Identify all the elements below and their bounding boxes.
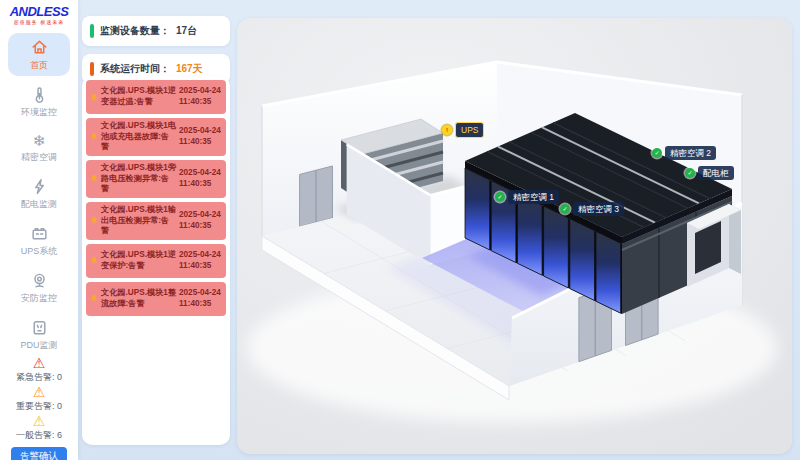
- ok-dot-icon: ✓: [495, 192, 505, 202]
- alert-message: 文化园.UPS.模块1整流故障:告警: [101, 288, 177, 309]
- sidebar-item-label: PDU监测: [20, 339, 57, 352]
- alarm-critical-count: 0: [57, 372, 62, 382]
- alarm-major-label: 重要告警:: [16, 401, 55, 411]
- status-column: 监测设备数量： 17台 系统运行时间： 167天 文化园.UPS.模块1逆变器过…: [80, 0, 234, 460]
- warning-triangle-icon: ⚠: [33, 385, 46, 400]
- sidebar-item-precision-ac[interactable]: ❄ 精密空调: [8, 127, 70, 168]
- alert-item[interactable]: 文化园.UPS.模块1逆变器过温:告警 2025-04-2411:40:35: [86, 80, 226, 114]
- brand-tagline: 超值服务 极速未来: [10, 19, 69, 25]
- warning-triangle-icon: ⚠: [33, 356, 46, 371]
- alert-item[interactable]: 文化园.UPS.模块1逆变保护:告警 2025-04-2411:40:35: [86, 244, 226, 278]
- scene-label-text: 精密空调 1: [508, 190, 559, 204]
- bell-icon: [88, 131, 99, 142]
- alert-message: 文化园.UPS.模块1旁路电压检测异常:告警: [101, 163, 177, 195]
- alarm-minor: ⚠ 一般告警: 6: [16, 414, 62, 442]
- ok-dot-icon: ✓: [560, 204, 570, 214]
- alert-item[interactable]: 文化园.UPS.模块1整流故障:告警 2025-04-2411:40:35: [86, 282, 226, 316]
- scene-label-text: 精密空调 2: [665, 146, 716, 160]
- sidebar-item-label: 安防监控: [21, 292, 57, 305]
- sidebar-item-power-monitoring[interactable]: 配电监测: [8, 172, 70, 215]
- alert-timestamp: 2025-04-2411:40:35: [179, 86, 223, 107]
- alarm-summary: ⚠ 紧急告警: 0 ⚠ 重要告警: 0 ⚠ 一般告警: 6 告警确认: [11, 356, 67, 460]
- device-count-value: 17台: [176, 24, 197, 38]
- alarm-confirm-button[interactable]: 告警确认: [11, 447, 67, 460]
- alert-timestamp: 2025-04-2411:40:35: [179, 210, 223, 231]
- server-room-scene: [237, 18, 792, 454]
- scene-label-ups[interactable]: ! UPS: [442, 122, 484, 138]
- sidebar-item-label: 配电监测: [21, 198, 57, 211]
- bell-icon: [88, 293, 99, 304]
- home-icon: [30, 38, 49, 57]
- device-count-label: 监测设备数量：: [100, 24, 170, 38]
- alarm-major-count: 0: [57, 401, 62, 411]
- alarm-minor-label: 一般告警:: [16, 430, 55, 440]
- bell-icon: [88, 92, 99, 103]
- snowflake-icon: ❄: [33, 132, 46, 149]
- uptime-label: 系统运行时间：: [100, 62, 170, 76]
- alarm-critical: ⚠ 紧急告警: 0: [16, 356, 62, 384]
- alert-message: 文化园.UPS.模块1逆变保护:告警: [101, 250, 177, 271]
- bell-icon: [88, 173, 99, 184]
- camera-icon: [30, 271, 49, 290]
- plug-icon: [30, 318, 49, 337]
- bell-icon: [88, 215, 99, 226]
- alarm-critical-label: 紧急告警:: [16, 372, 55, 382]
- sidebar-item-environment[interactable]: 环境监控: [8, 80, 70, 123]
- alert-timestamp: 2025-04-2411:40:35: [179, 168, 223, 189]
- brand-logo: ANDLESS 超值服务 极速未来: [10, 6, 69, 25]
- alert-timestamp: 2025-04-2411:40:35: [179, 126, 223, 147]
- warning-dot-icon: !: [442, 125, 452, 135]
- sidebar: ANDLESS 超值服务 极速未来 首页 环境监控 ❄ 精密空调 配电监测 UP…: [0, 0, 78, 460]
- brand-logo-text: ANDLESS: [10, 6, 69, 18]
- sidebar-item-label: UPS系统: [21, 245, 58, 258]
- alarm-minor-count: 6: [57, 430, 62, 440]
- scene-label-text: UPS: [455, 122, 484, 138]
- alert-message: 文化园.UPS.模块1电池或充电器故障:告警: [101, 121, 177, 153]
- sidebar-item-pdu[interactable]: PDU监测: [8, 313, 70, 356]
- scene-label-ac3[interactable]: ✓ 精密空调 3: [560, 202, 624, 216]
- alert-item[interactable]: 文化园.UPS.模块1电池或充电器故障:告警 2025-04-2411:40:3…: [86, 118, 226, 156]
- alarm-major: ⚠ 重要告警: 0: [16, 385, 62, 413]
- orange-pill-icon: [90, 62, 94, 76]
- sidebar-nav: 首页 环境监控 ❄ 精密空调 配电监测 UPS系统 安防监控 PDU监测: [8, 33, 70, 356]
- thermometer-icon: [30, 85, 49, 104]
- bolt-icon: [30, 177, 49, 196]
- ok-dot-icon: ✓: [652, 148, 662, 158]
- sidebar-item-label: 精密空调: [21, 151, 57, 164]
- sidebar-item-security[interactable]: 安防监控: [8, 266, 70, 309]
- warning-triangle-icon: ⚠: [33, 414, 46, 429]
- battery-icon: [30, 224, 49, 243]
- sidebar-item-home[interactable]: 首页: [8, 33, 70, 76]
- device-count-card: 监测设备数量： 17台: [82, 16, 230, 46]
- scene-label-text: 精密空调 3: [573, 202, 624, 216]
- ok-dot-icon: ✓: [685, 168, 695, 178]
- scene-label-power-cabinet[interactable]: ✓ 配电柜: [685, 166, 734, 180]
- scene-label-ac2[interactable]: ✓ 精密空调 2: [652, 146, 716, 160]
- sidebar-item-ups-system[interactable]: UPS系统: [8, 219, 70, 262]
- alert-message: 文化园.UPS.模块1逆变器过温:告警: [101, 86, 177, 107]
- alert-message: 文化园.UPS.模块1输出电压检测异常:告警: [101, 205, 177, 237]
- alert-timestamp: 2025-04-2411:40:35: [179, 250, 223, 271]
- sidebar-item-label: 环境监控: [21, 106, 57, 119]
- alert-list: 文化园.UPS.模块1逆变器过温:告警 2025-04-2411:40:35 文…: [82, 76, 230, 445]
- room-3d-viewport[interactable]: ! UPS ✓ 精密空调 1 ✓ 精密空调 3 ✓ 精密空调 2 ✓ 配电柜: [237, 18, 792, 454]
- uptime-value: 167天: [176, 62, 203, 76]
- sidebar-item-label: 首页: [30, 59, 48, 72]
- scene-label-text: 配电柜: [698, 166, 734, 180]
- alert-timestamp: 2025-04-2411:40:35: [179, 288, 223, 309]
- bell-icon: [88, 255, 99, 266]
- scene-label-ac1[interactable]: ✓ 精密空调 1: [495, 190, 559, 204]
- alert-item[interactable]: 文化园.UPS.模块1旁路电压检测异常:告警 2025-04-2411:40:3…: [86, 160, 226, 198]
- green-pill-icon: [90, 24, 94, 38]
- alert-item[interactable]: 文化园.UPS.模块1输出电压检测异常:告警 2025-04-2411:40:3…: [86, 202, 226, 240]
